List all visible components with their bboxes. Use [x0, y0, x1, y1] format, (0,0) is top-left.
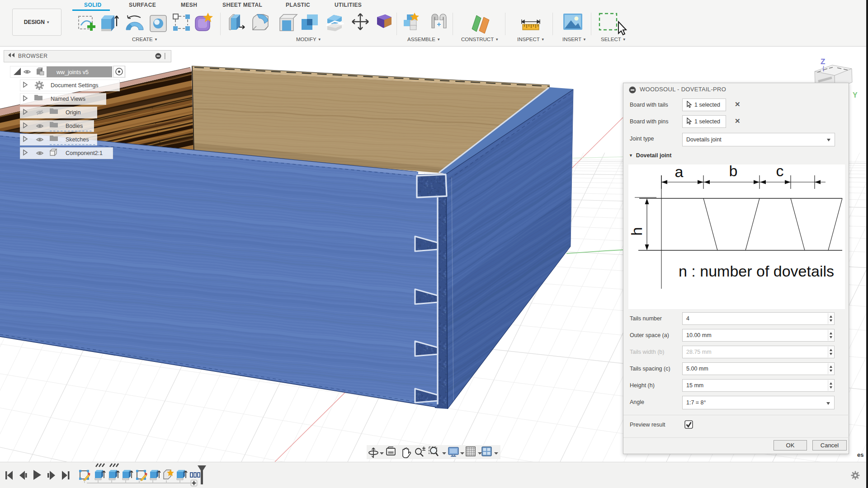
svg-text:n : number of dovetails: n : number of dovetails: [679, 263, 834, 280]
svg-text:Y: Y: [853, 91, 858, 99]
svg-text:b: b: [729, 164, 738, 179]
svg-text:a: a: [675, 164, 684, 180]
svg-text:Z: Z: [821, 57, 825, 66]
svg-text:h: h: [628, 227, 645, 236]
svg-text:c: c: [776, 164, 784, 179]
